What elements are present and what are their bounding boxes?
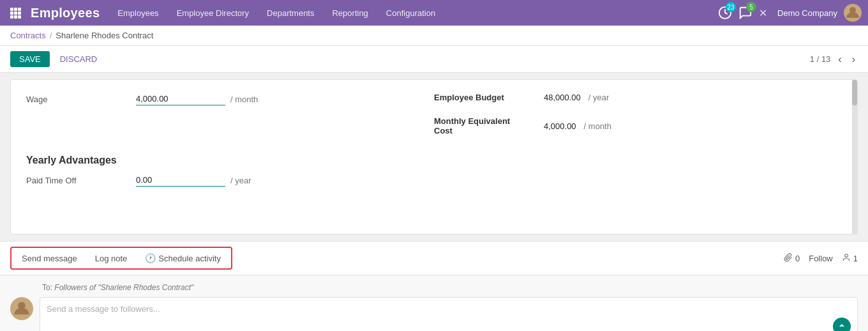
nav-links: Employees Employee Directory Departments… (115, 7, 718, 19)
person-icon (842, 253, 851, 264)
employee-budget-unit: / year (588, 93, 610, 102)
follow-label: Follow (809, 254, 833, 263)
messages-button[interactable]: 5 (738, 6, 752, 20)
paid-time-off-input-wrap: / year (136, 174, 251, 187)
followers-text: Followers of (54, 283, 98, 292)
chatter-right-actions: 0 Follow 1 (784, 253, 858, 264)
paid-time-off-input[interactable] (136, 174, 225, 187)
wage-input[interactable] (136, 93, 225, 105)
svg-point-11 (844, 254, 848, 257)
chatter-tabs: Send message Log note 🕐 Schedule activit… (0, 242, 868, 275)
discard-button[interactable]: DISCARD (55, 51, 103, 67)
chatter-tab-border: Send message Log note 🕐 Schedule activit… (10, 247, 232, 270)
nav-departments[interactable]: Departments (264, 7, 317, 19)
app-title: Employees (31, 6, 100, 20)
wage-unit: / month (230, 95, 258, 104)
wage-section: Wage / month Employee Budget 48,000.00 /… (26, 93, 842, 144)
scrollbar-thumb (852, 80, 857, 105)
monthly-equiv-row: Monthly Equivalent Cost 4,000.00 / month (434, 116, 842, 135)
messages-badge: 5 (746, 2, 756, 12)
activities-button[interactable]: 23 (718, 6, 732, 20)
close-button[interactable]: ✕ (759, 7, 767, 19)
pagination: 1 / 13 ‹ › (810, 54, 858, 65)
col-left: Wage / month (26, 93, 434, 144)
log-note-tab[interactable]: Log note (86, 250, 137, 267)
message-box: Send a message to followers... (40, 297, 858, 331)
message-to-line: To: Followers of "Sharlene Rhodes Contra… (10, 283, 858, 292)
message-placeholder[interactable]: Send a message to followers... (47, 303, 851, 315)
user-avatar[interactable] (844, 4, 862, 22)
yearly-advantages-title: Yearly Advantages (26, 155, 842, 166)
main-content: Wage / month Employee Budget 48,000.00 /… (0, 73, 868, 241)
svg-rect-1 (14, 8, 17, 11)
attachment-count[interactable]: 0 (784, 253, 800, 264)
wage-row: Wage / month (26, 93, 434, 105)
sender-avatar (10, 297, 33, 320)
send-message-button[interactable] (833, 318, 851, 331)
monthly-equiv-unit: / month (584, 121, 611, 131)
breadcrumb-current: Sharlene Rhodes Contract (56, 31, 153, 40)
wage-input-wrap: / month (136, 93, 258, 105)
monthly-equiv-value: 4,000.00 (544, 121, 576, 131)
nav-configuration[interactable]: Configuration (384, 7, 438, 19)
grid-icon[interactable] (6, 4, 24, 22)
to-label: To: (42, 283, 52, 292)
breadcrumb-parent[interactable]: Contracts (10, 31, 46, 40)
toolbar-actions: SAVE DISCARD (10, 51, 102, 67)
nav-reporting[interactable]: Reporting (329, 7, 370, 19)
message-input-row: Send a message to followers... (10, 297, 858, 331)
svg-rect-6 (10, 15, 13, 19)
top-navigation: Employees Employees Employee Directory D… (0, 0, 868, 26)
prev-record-button[interactable]: ‹ (835, 54, 844, 65)
paid-time-off-unit: / year (230, 176, 251, 185)
topnav-right: 23 5 ✕ Demo Company (718, 4, 862, 22)
svg-rect-0 (10, 8, 13, 11)
paid-time-off-label: Paid Time Off (26, 176, 128, 185)
nav-employee-directory[interactable]: Employee Directory (174, 7, 251, 19)
clock-icon: 🕐 (145, 253, 156, 263)
followers-button[interactable]: 1 (842, 253, 858, 264)
employee-budget-value: 48,000.00 (544, 93, 581, 102)
svg-rect-5 (18, 12, 21, 15)
followers-count: 1 (853, 254, 858, 263)
paid-time-off-row: Paid Time Off / year (26, 174, 842, 187)
attachment-count-value: 0 (795, 254, 800, 263)
form-card: Wage / month Employee Budget 48,000.00 /… (10, 79, 858, 235)
nav-employees[interactable]: Employees (115, 7, 161, 19)
svg-rect-4 (14, 12, 17, 15)
action-toolbar: SAVE DISCARD 1 / 13 ‹ › (0, 46, 868, 73)
monthly-equiv-label: Monthly Equivalent Cost (434, 116, 536, 135)
col-right: Employee Budget 48,000.00 / year Monthly… (434, 93, 842, 144)
schedule-activity-tab[interactable]: 🕐 Schedule activity (136, 249, 230, 267)
chatter-section: Send message Log note 🕐 Schedule activit… (0, 241, 868, 331)
svg-rect-3 (10, 12, 13, 15)
activities-badge: 23 (726, 2, 736, 12)
company-name: Demo Company (777, 8, 837, 18)
pagination-count: 1 / 13 (810, 54, 831, 64)
scrollbar-track[interactable] (852, 80, 857, 234)
svg-rect-2 (18, 8, 21, 11)
employee-budget-row: Employee Budget 48,000.00 / year (434, 93, 842, 102)
next-record-button[interactable]: › (849, 54, 858, 65)
contract-name: "Sharlene Rhodes Contract" (98, 283, 193, 292)
save-button[interactable]: SAVE (10, 51, 50, 67)
svg-rect-8 (18, 15, 21, 19)
follow-button[interactable]: Follow (809, 254, 833, 263)
breadcrumb: Contracts / Sharlene Rhodes Contract (0, 26, 868, 46)
send-message-tab[interactable]: Send message (13, 250, 86, 267)
attachment-icon (784, 253, 793, 264)
send-btn-wrap (47, 318, 851, 331)
breadcrumb-separator: / (50, 31, 52, 40)
wage-label: Wage (26, 95, 128, 104)
svg-rect-7 (14, 15, 17, 19)
message-area: To: Followers of "Sharlene Rhodes Contra… (0, 275, 868, 331)
employee-budget-label: Employee Budget (434, 93, 536, 102)
